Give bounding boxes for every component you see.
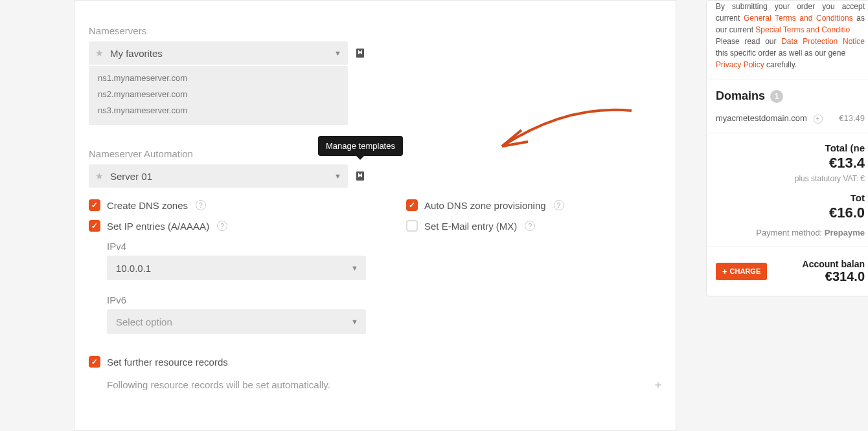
nameserver-item: ns1.mynameserver.com <box>89 70 348 86</box>
further-records-label: Set further resource records <box>107 357 228 368</box>
chevron-down-icon: ▼ <box>351 318 358 326</box>
domains-header: Domains 1 <box>707 80 868 109</box>
domain-price: €13.49 <box>839 113 865 123</box>
add-record-icon[interactable]: ＋ <box>652 377 664 392</box>
domain-name: myacmetestdomain.com <box>716 113 807 123</box>
main-panel: Nameservers ★ My favorites ▼ ns1.mynames… <box>74 0 676 431</box>
pp-link[interactable]: Privacy Policy <box>716 60 764 69</box>
ipv6-select[interactable]: Select option ▼ <box>107 309 366 334</box>
ipv4-label: IPv4 <box>107 241 367 252</box>
dpn-link[interactable]: Data Protection Notice <box>781 37 865 46</box>
set-email-label: Set E-Mail entry (MX) <box>424 221 517 232</box>
manage-templates-tooltip: Manage templates <box>318 136 403 156</box>
auto-dns-label: Auto DNS zone provisioning <box>424 200 546 211</box>
nameservers-list: ns1.mynameserver.com ns2.mynameserver.co… <box>89 66 348 125</box>
domain-row: myacmetestdomain.com + €13.49 <box>707 109 868 133</box>
gtc-link[interactable]: General Terms and Conditions <box>744 14 853 23</box>
chevron-down-icon: ▼ <box>334 172 341 180</box>
totals-block: Total (ne €13.4 plus statutory VAT: € To… <box>707 133 868 247</box>
nameservers-label: Nameservers <box>89 25 661 36</box>
nameservers-select[interactable]: ★ My favorites ▼ <box>89 41 348 65</box>
set-email-checkbox[interactable] <box>406 220 418 232</box>
help-icon[interactable]: ? <box>196 200 206 210</box>
balance-row: + CHARGE Account balan €314.0 <box>707 247 868 296</box>
ipv6-label: IPv6 <box>107 294 367 305</box>
nameserver-item: ns3.mynameserver.com <box>89 102 348 118</box>
order-sidebar: By submitting your order you accept curr… <box>706 0 868 324</box>
set-ip-checkbox[interactable] <box>89 220 100 232</box>
star-icon: ★ <box>95 48 104 58</box>
ipv4-select[interactable]: 10.0.0.1 ▼ <box>107 256 366 280</box>
auto-dns-checkbox[interactable] <box>406 199 418 211</box>
manage-templates-button[interactable] <box>354 170 366 182</box>
stc-link[interactable]: Special Terms and Conditio <box>755 25 850 34</box>
automation-selected: Server 01 <box>110 171 152 182</box>
chevron-down-icon: ▼ <box>351 264 358 272</box>
nameservers-selected: My favorites <box>110 48 163 59</box>
star-icon: ★ <box>95 171 104 181</box>
set-ip-label: Set IP entries (A/AAAA) <box>107 221 209 232</box>
further-records-checkbox[interactable] <box>89 356 100 368</box>
create-dns-label: Create DNS zones <box>107 200 188 211</box>
domain-expand-icon[interactable]: + <box>814 115 823 124</box>
help-icon[interactable]: ? <box>217 221 227 231</box>
help-icon[interactable]: ? <box>554 200 564 210</box>
help-icon[interactable]: ? <box>525 221 535 231</box>
chevron-down-icon: ▼ <box>334 49 341 57</box>
charge-button[interactable]: + CHARGE <box>716 263 767 280</box>
legal-text: By submitting your order you accept curr… <box>707 1 868 80</box>
bookmark-templates-button[interactable] <box>354 47 366 59</box>
create-dns-checkbox[interactable] <box>89 199 100 211</box>
domains-count-badge: 1 <box>770 90 783 103</box>
further-records-note: Following resource records will be set a… <box>107 379 330 390</box>
plus-icon: + <box>722 267 727 276</box>
nameserver-item: ns2.mynameserver.com <box>89 86 348 102</box>
automation-select[interactable]: ★ Server 01 ▼ <box>89 164 348 188</box>
